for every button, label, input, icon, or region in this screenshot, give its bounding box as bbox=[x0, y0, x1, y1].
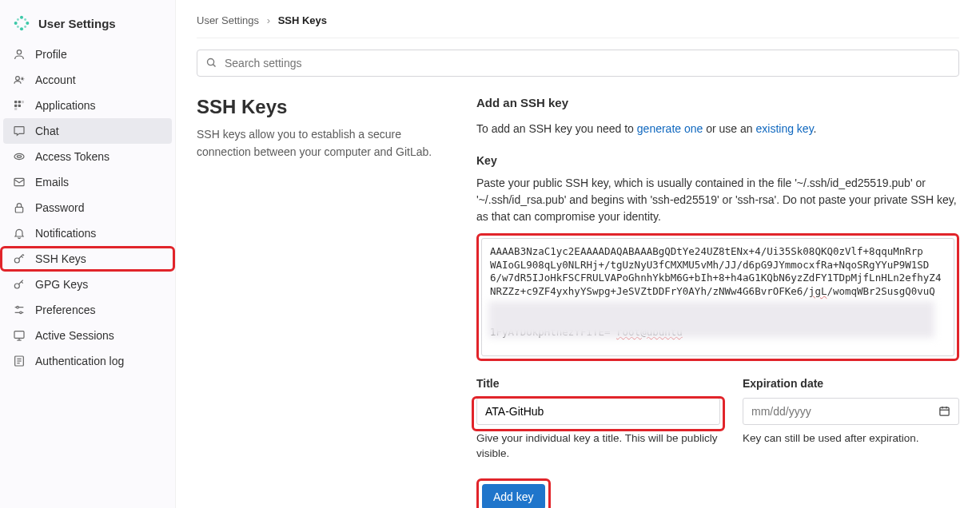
svg-rect-20 bbox=[15, 207, 22, 212]
sidebar-item-applications[interactable]: Applications bbox=[0, 93, 175, 118]
log-icon bbox=[13, 355, 26, 367]
sidebar-item-access-tokens[interactable]: Access Tokens bbox=[0, 144, 175, 169]
svg-point-24 bbox=[17, 306, 19, 308]
svg-point-26 bbox=[20, 312, 22, 314]
search-icon bbox=[205, 57, 218, 69]
sidebar-title: User Settings bbox=[38, 17, 116, 30]
sidebar-item-emails[interactable]: Emails bbox=[0, 169, 175, 195]
svg-rect-27 bbox=[14, 331, 24, 339]
title-hint: Give your individual key a title. This w… bbox=[476, 431, 720, 462]
sidebar-header: User Settings bbox=[0, 8, 175, 42]
title-label: Title bbox=[476, 377, 720, 390]
sidebar-item-notifications[interactable]: Notifications bbox=[0, 220, 175, 246]
chat-icon bbox=[13, 125, 26, 137]
svg-point-18 bbox=[17, 156, 21, 158]
ssh-keys-highlight bbox=[0, 246, 175, 272]
svg-rect-16 bbox=[14, 108, 17, 110]
sidebar-item-label: SSH Keys bbox=[35, 252, 86, 265]
add-key-heading: Add an SSH key bbox=[476, 96, 959, 109]
svg-rect-15 bbox=[18, 105, 21, 107]
svg-point-17 bbox=[14, 153, 24, 159]
sidebar-item-password[interactable]: Password bbox=[0, 195, 175, 220]
sidebar-item-label: Applications bbox=[35, 99, 96, 112]
sidebar-item-label: GPG Keys bbox=[35, 278, 88, 291]
svg-point-10 bbox=[22, 77, 24, 80]
svg-point-5 bbox=[24, 18, 26, 21]
search-settings[interactable] bbox=[197, 50, 959, 77]
expiration-hint: Key can still be used after expiration. bbox=[743, 431, 959, 446]
generate-one-link[interactable]: generate one bbox=[637, 122, 703, 135]
apps-icon bbox=[13, 99, 26, 112]
svg-rect-14 bbox=[14, 105, 17, 107]
svg-rect-11 bbox=[14, 101, 17, 103]
key-hint: Paste your public SSH key, which is usua… bbox=[476, 175, 959, 225]
svg-point-8 bbox=[17, 50, 21, 54]
sidebar-item-chat[interactable]: Chat bbox=[3, 118, 172, 144]
svg-rect-36 bbox=[940, 407, 949, 415]
sidebar-item-label: Authentication log bbox=[35, 355, 124, 367]
key-textarea[interactable]: AAAAB3NzaC1yc2EAAAADAQABAAABgQDtYe24UZ8t… bbox=[481, 238, 954, 356]
sidebar-item-label: Profile bbox=[35, 48, 67, 61]
calendar-icon bbox=[938, 405, 950, 417]
svg-point-6 bbox=[17, 26, 19, 28]
svg-point-34 bbox=[208, 59, 214, 65]
email-icon bbox=[13, 176, 26, 189]
sidebar-item-label: Account bbox=[35, 73, 76, 86]
key-textarea-highlight: AAAAB3NzaC1yc2EAAAADAQABAAABgQDtYe24UZ8t… bbox=[476, 233, 959, 361]
chevron-right-icon: › bbox=[267, 14, 270, 26]
svg-point-3 bbox=[26, 22, 29, 25]
lock-icon bbox=[13, 201, 26, 214]
svg-line-35 bbox=[213, 65, 216, 67]
search-input[interactable] bbox=[225, 57, 950, 69]
svg-point-9 bbox=[16, 77, 20, 81]
expiration-placeholder: mm/dd/yyyy bbox=[751, 405, 811, 418]
breadcrumb: User Settings › SSH Keys bbox=[197, 10, 959, 38]
sidebar-item-label: Password bbox=[35, 201, 84, 214]
expiration-input[interactable]: mm/dd/yyyy bbox=[743, 398, 959, 425]
svg-rect-12 bbox=[18, 101, 21, 103]
svg-point-1 bbox=[20, 27, 23, 30]
profile-icon bbox=[13, 48, 26, 61]
sidebar-item-gpg-keys[interactable]: GPG Keys bbox=[0, 272, 175, 297]
sidebar-item-label: Preferences bbox=[35, 304, 95, 316]
add-key-help: To add an SSH key you need to generate o… bbox=[476, 121, 959, 138]
token-icon bbox=[13, 150, 26, 163]
sidebar-item-label: Emails bbox=[35, 176, 69, 189]
key-icon bbox=[13, 252, 26, 265]
svg-point-4 bbox=[17, 18, 19, 21]
svg-point-2 bbox=[14, 22, 18, 25]
sidebar-item-account[interactable]: Account bbox=[0, 67, 175, 93]
gpg-icon bbox=[13, 278, 26, 291]
sidebar-item-label: Access Tokens bbox=[35, 150, 110, 163]
sidebar-item-active-sessions[interactable]: Active Sessions bbox=[0, 323, 175, 348]
page-desc: SSH keys allow you to establish a secure… bbox=[197, 126, 452, 161]
sidebar-item-ssh-keys[interactable]: SSH Keys bbox=[0, 246, 175, 272]
sidebar-item-label: Active Sessions bbox=[35, 329, 114, 342]
add-key-highlight: Add key bbox=[476, 478, 551, 508]
expiration-label: Expiration date bbox=[743, 377, 959, 390]
main-content: User Settings › SSH Keys SSH Keys SSH ke… bbox=[176, 0, 980, 508]
svg-point-0 bbox=[20, 16, 23, 19]
sidebar-item-profile[interactable]: Profile bbox=[0, 42, 175, 67]
sidebar-item-label: Notifications bbox=[35, 227, 96, 240]
breadcrumb-parent[interactable]: User Settings bbox=[197, 14, 259, 26]
svg-rect-13 bbox=[22, 101, 24, 103]
sidebar-item-authentication-log[interactable]: Authentication log bbox=[0, 348, 175, 374]
sidebar-item-label: Chat bbox=[35, 125, 59, 137]
key-label: Key bbox=[476, 154, 959, 167]
title-input[interactable] bbox=[476, 398, 720, 425]
sessions-icon bbox=[13, 329, 26, 342]
page-title: SSH Keys bbox=[197, 96, 452, 118]
bell-icon bbox=[13, 227, 26, 240]
svg-point-7 bbox=[24, 26, 26, 28]
sidebar: User Settings ProfileAccountApplications… bbox=[0, 0, 176, 508]
logo-icon bbox=[13, 14, 30, 32]
breadcrumb-current: SSH Keys bbox=[278, 14, 327, 26]
account-icon bbox=[13, 73, 26, 86]
sidebar-item-preferences[interactable]: Preferences bbox=[0, 297, 175, 323]
existing-key-link[interactable]: existing key bbox=[756, 122, 814, 135]
add-key-button[interactable]: Add key bbox=[482, 484, 545, 508]
pref-icon bbox=[13, 304, 26, 316]
